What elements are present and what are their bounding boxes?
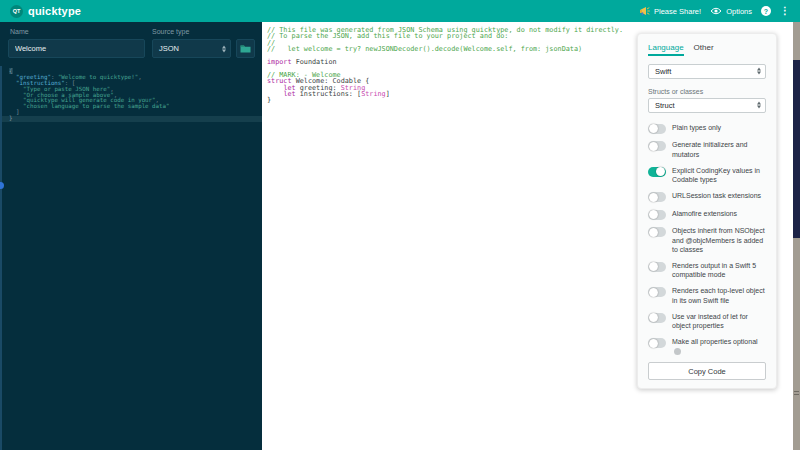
copy-code-button[interactable]: Copy Code <box>648 362 766 380</box>
select-arrows-icon <box>757 102 761 109</box>
toggle-row[interactable]: Use var instead of let for object proper… <box>648 312 766 331</box>
tab-other[interactable]: Other <box>694 43 714 56</box>
toggle-switch[interactable] <box>648 287 666 297</box>
options-card: Language Other Swift Structs or classes … <box>637 33 777 389</box>
app-title: quicktype <box>28 5 81 17</box>
toggle-switch[interactable] <box>648 313 666 323</box>
name-field[interactable] <box>8 39 145 58</box>
toggle-label: Objects inherit from NSObject and @objcM… <box>672 226 766 254</box>
code-token: } <box>9 115 13 121</box>
json-editor[interactable]: { "greeting": "Welcome to quicktype!", "… <box>0 67 262 450</box>
toggle-switch[interactable] <box>648 192 666 202</box>
toggle-label: URLSession task extensions <box>672 191 761 200</box>
header-bar: QT quicktype Please Share! Options <box>0 0 800 22</box>
folder-icon <box>240 44 251 53</box>
logo-text: QT <box>13 8 21 14</box>
toggle-knob <box>656 167 665 176</box>
toggle-row[interactable]: URLSession task extensions <box>648 191 766 202</box>
toggle-switch[interactable] <box>648 124 666 134</box>
share-button[interactable]: Please Share! <box>639 6 701 16</box>
toggle-switch[interactable] <box>648 338 666 348</box>
toggle-knob <box>649 228 658 237</box>
option-toggle-list: Plain types onlyGenerate initializers an… <box>648 123 766 363</box>
source-panel: Name Source type JSON { "greeting": "Wel… <box>0 22 262 450</box>
toggle-row[interactable]: Objects inherit from NSObject and @objcM… <box>648 226 766 254</box>
options-tabs: Language Other <box>648 43 766 56</box>
toggle-switch[interactable] <box>648 210 666 220</box>
toggle-knob <box>649 339 658 348</box>
toggle-switch[interactable] <box>648 262 666 272</box>
language-select[interactable]: Swift <box>648 64 766 79</box>
toggle-row[interactable]: Alamofire extensions <box>648 209 766 220</box>
code-token: "chosen language to parse the sample dat… <box>23 103 170 109</box>
tab-language[interactable]: Language <box>648 43 684 56</box>
name-label: Name <box>10 28 29 35</box>
toggle-label: Plain types only <box>672 123 721 132</box>
editor-edge-strip <box>0 66 2 450</box>
toggle-label: Make all properties optional <box>672 337 766 356</box>
structs-value: Struct <box>655 101 675 110</box>
code-token: // To parse the JSON, add this file to y… <box>267 32 508 40</box>
toggle-knob <box>649 210 658 219</box>
options-button[interactable]: Options <box>710 7 752 16</box>
toggle-row[interactable]: Generate initializers and mutators <box>648 140 766 159</box>
toggle-label: Explicit CodingKey values in Codable typ… <box>672 166 766 185</box>
select-arrows-icon <box>222 45 226 52</box>
code-token: // let welcome = try? newJSONDecoder().d… <box>267 45 582 53</box>
toggle-label: Use var instead of let for object proper… <box>672 312 766 331</box>
select-arrows-icon <box>757 68 761 75</box>
toggle-switch[interactable] <box>648 227 666 237</box>
options-label: Options <box>726 7 752 16</box>
toggle-knob <box>649 124 658 133</box>
toggle-label: Alamofire extensions <box>672 209 737 218</box>
toggle-row[interactable]: Explicit CodingKey values in Codable typ… <box>648 166 766 185</box>
share-label: Please Share! <box>654 7 701 16</box>
help-button[interactable]: ? <box>761 6 771 16</box>
toggle-knob <box>649 193 658 202</box>
toggle-row[interactable]: Make all properties optional <box>648 337 766 356</box>
open-file-button[interactable] <box>236 39 255 58</box>
overflow-menu-button[interactable]: ⋮ <box>780 6 790 16</box>
header-actions: Please Share! Options ? ⋮ <box>639 6 790 16</box>
code-token: instructions: [ <box>296 90 361 98</box>
toggle-label: Renders each top-level object in its own… <box>672 286 766 305</box>
structs-select[interactable]: Struct <box>648 98 766 113</box>
structs-or-classes-label: Structs or classes <box>648 88 766 95</box>
source-type-label: Source type <box>152 28 189 35</box>
toggle-knob <box>649 288 658 297</box>
toggle-switch[interactable] <box>648 141 666 151</box>
eye-icon <box>710 7 722 15</box>
source-type-select[interactable]: JSON <box>152 39 231 58</box>
toggle-label: Generate initializers and mutators <box>672 140 766 159</box>
scrollbar-thumb[interactable] <box>793 60 800 238</box>
code-token: ] <box>386 90 390 98</box>
json-line: } <box>0 116 262 122</box>
code-token: let <box>283 90 295 98</box>
toggle-switch[interactable] <box>648 167 666 177</box>
toggle-knob <box>649 262 658 271</box>
toggle-knob <box>649 313 658 322</box>
code-token: Foundation <box>292 58 337 66</box>
quicktype-logo-icon[interactable]: QT <box>10 5 23 18</box>
code-token: } <box>267 96 271 104</box>
code-token: , <box>138 74 142 80</box>
help-label: ? <box>764 8 768 15</box>
page-scrollbar[interactable] <box>793 22 800 450</box>
scrollbar-tick <box>794 394 799 395</box>
source-type-value: JSON <box>159 44 179 53</box>
megaphone-icon <box>639 6 650 16</box>
toggle-knob <box>649 142 658 151</box>
toggle-row[interactable]: Renders output in a Swift 5 compatible m… <box>648 261 766 280</box>
toggle-row[interactable]: Plain types only <box>648 123 766 134</box>
toggle-row[interactable]: Renders each top-level object in its own… <box>648 286 766 305</box>
language-value: Swift <box>655 67 671 76</box>
info-icon[interactable] <box>674 348 681 355</box>
quicktype-app: QT quicktype Please Share! Options <box>0 0 800 450</box>
toggle-label: Renders output in a Swift 5 compatible m… <box>672 261 766 280</box>
code-token: String <box>361 90 386 98</box>
scrollbar-tick <box>794 391 799 392</box>
